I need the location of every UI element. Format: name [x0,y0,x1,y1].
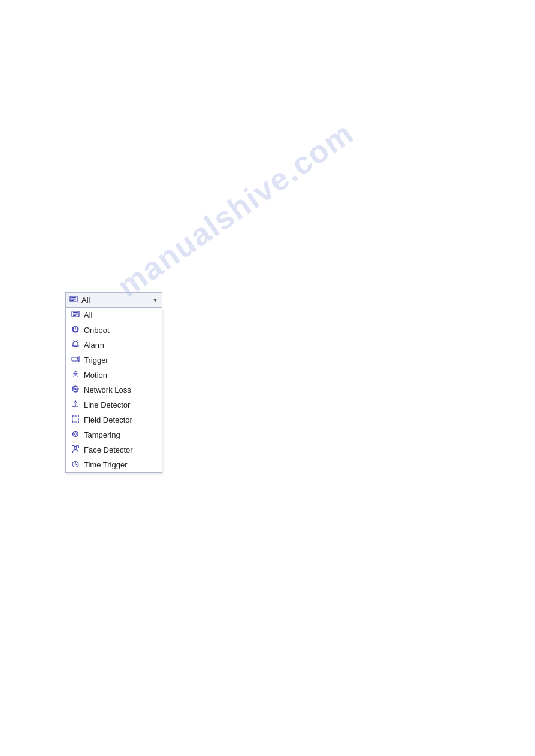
svg-rect-7 [73,315,76,316]
watermark: manualshive.com [111,115,360,305]
dropdown-item-onboot[interactable]: Onboot [66,323,162,338]
svg-rect-3 [71,300,74,300]
svg-rect-2 [71,299,76,299]
svg-point-25 [72,421,73,423]
network-loss-icon [71,385,80,395]
dropdown-item-face-detector[interactable]: Face Detector [66,442,162,457]
dropdown-button[interactable]: All ▼ [65,292,162,308]
all-label: All [84,311,92,320]
dropdown-item-trigger[interactable]: Trigger [66,353,162,368]
tampering-label: Tampering [84,430,120,439]
onboot-icon [71,325,80,335]
svg-point-26 [78,421,79,423]
dropdown-selected-label: All [81,296,149,305]
svg-rect-1 [71,297,76,298]
svg-point-15 [75,371,77,372]
svg-point-24 [78,415,79,417]
dropdown-item-line-detector[interactable]: Line Detector [66,397,162,412]
network-loss-label: Network Loss [84,385,131,394]
svg-line-13 [77,341,78,341]
svg-rect-5 [73,312,78,313]
line-detector-label: Line Detector [84,400,130,409]
field-detector-icon [71,415,80,425]
motion-label: Motion [84,371,107,379]
trigger-icon [71,355,80,365]
svg-point-28 [74,433,77,435]
onboot-label: Onboot [84,326,110,335]
dropdown-list: All Onboot [65,308,162,473]
motion-icon [71,370,80,380]
svg-point-23 [72,415,73,417]
dropdown-item-motion[interactable]: Motion [66,368,162,382]
alarm-icon [71,340,80,350]
svg-rect-22 [72,416,78,422]
face-detector-label: Face Detector [84,445,133,454]
time-trigger-label: Time Trigger [84,460,127,469]
tampering-icon [71,430,80,440]
dropdown-item-network-loss[interactable]: Network Loss [66,382,162,397]
line-detector-icon [71,400,80,410]
trigger-label: Trigger [84,356,108,365]
svg-line-12 [74,341,75,341]
all-icon [71,310,80,320]
time-trigger-icon [71,460,80,470]
dropdown-item-tampering[interactable]: Tampering [66,427,162,442]
svg-line-38 [75,464,77,466]
svg-point-11 [75,347,76,348]
dropdown-item-alarm[interactable]: Alarm [66,338,162,353]
face-detector-icon [71,445,80,455]
field-detector-label: Field Detector [84,415,132,424]
chevron-down-icon: ▼ [152,297,158,303]
dropdown-item-field-detector[interactable]: Field Detector [66,412,162,427]
alarm-label: Alarm [84,341,104,350]
svg-rect-6 [73,314,78,314]
dropdown-item-time-trigger[interactable]: Time Trigger [66,457,162,472]
dropdown-item-all[interactable]: All [66,308,162,323]
svg-rect-14 [72,357,77,361]
dropdown-container: All ▼ All [65,292,162,473]
svg-point-20 [75,400,76,402]
dropdown-button-icon [69,295,78,305]
